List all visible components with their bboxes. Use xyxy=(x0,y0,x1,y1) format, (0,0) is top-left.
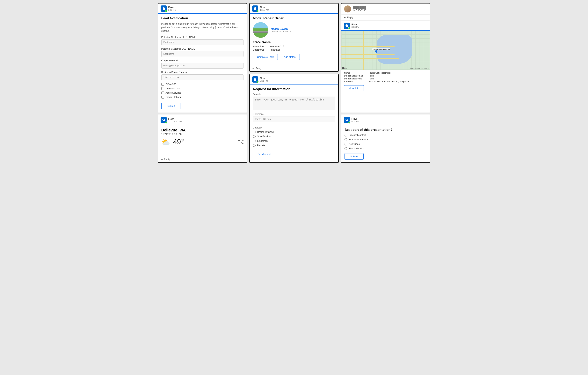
info-email-value: False xyxy=(369,75,374,77)
issue-title: Fence broken xyxy=(253,41,335,44)
card-body-lead: Lead Notification Please fill out a sing… xyxy=(158,14,247,112)
map-road-vertical-1 xyxy=(363,31,364,70)
timestamp-lead: 2:13 PM xyxy=(168,9,176,11)
radio-simple-input[interactable] xyxy=(345,138,347,141)
reply-label-2: Reply xyxy=(256,67,262,70)
radio-simple[interactable]: Simple instructions xyxy=(345,138,427,141)
contact-name: ████████ xyxy=(353,6,366,9)
weather-temp-value: 49 xyxy=(173,138,181,146)
radio-practical-input[interactable] xyxy=(345,134,347,137)
contact-info: ████████ tel:555-0150 xyxy=(353,6,366,12)
map-info: Name Fourth Coffee (sample) Do not allow… xyxy=(341,70,430,93)
complete-task-button[interactable]: Complete Task xyxy=(253,54,278,60)
radio-practical[interactable]: Practical content xyxy=(345,134,427,137)
sender-name-map: Flow xyxy=(352,23,359,26)
map-copyright: © 2019 Microsoft © 2019 HERE xyxy=(410,68,429,69)
checkbox-dynamics365-input[interactable] xyxy=(161,87,164,90)
radio-new-ideas[interactable]: New ideas xyxy=(345,143,427,145)
checkbox-office365-input[interactable] xyxy=(161,83,164,86)
lead-submit-button[interactable]: Submit xyxy=(161,103,180,109)
reply-label-3: Reply xyxy=(347,16,353,19)
checkbox-dynamics365[interactable]: Dynamics 365 xyxy=(161,87,244,90)
radio-tips-input[interactable] xyxy=(345,147,347,150)
avatar xyxy=(344,5,351,12)
map-pin-label: Fourth Coffee (sample) xyxy=(372,48,390,50)
radio-design-drawing[interactable]: Design Drawing xyxy=(253,131,335,133)
lead-description: Please fill out a single form for each i… xyxy=(161,22,244,33)
weather-card: Flow 11/21 8:31 AM Bellevue, WA 11/21/20… xyxy=(158,115,247,163)
radio-simple-label: Simple instructions xyxy=(349,138,368,141)
weather-temp-unit: °F xyxy=(181,139,185,142)
flow-icon-repair xyxy=(252,5,258,12)
checkbox-powerplatform[interactable]: Power Platform xyxy=(161,96,244,98)
radio-equipment-input[interactable] xyxy=(253,139,256,142)
request-for-info-card: Flow 6:01 PM Request for Information Que… xyxy=(249,74,339,163)
last-name-label: Potential Customer LAST NAME xyxy=(161,47,244,50)
info-email-row: Do not allow email False xyxy=(344,75,427,77)
timestamp-rfi: 6:01 PM xyxy=(260,80,268,82)
email-input[interactable] xyxy=(161,63,244,69)
map-road-horizontal-1 xyxy=(341,46,395,47)
checkbox-azure-input[interactable] xyxy=(161,92,164,94)
email-group: Corporate email xyxy=(161,59,244,69)
action-buttons: Complete Task Add Notes xyxy=(253,54,335,60)
radio-specifications-label: Specifications xyxy=(257,135,272,138)
home-site-value: Homesite 115 xyxy=(270,45,284,48)
last-name-input[interactable] xyxy=(161,51,244,57)
radio-permits-input[interactable] xyxy=(253,144,256,147)
first-name-input[interactable] xyxy=(161,39,244,45)
set-due-date-button[interactable]: Set due date xyxy=(253,151,277,157)
question-section-label: Question xyxy=(253,93,335,96)
weather-main: ⛅ 49°F Hi 49 Lo 34 xyxy=(161,138,244,146)
checkbox-powerplatform-input[interactable] xyxy=(161,96,164,98)
weather-hi-lo: Hi 49 Lo 34 xyxy=(238,139,243,145)
category-row: Category: PunchList xyxy=(253,48,335,51)
road-image xyxy=(253,22,268,38)
contact-reply[interactable]: ↩ Reply xyxy=(341,15,430,21)
lead-title: Lead Notification xyxy=(161,16,244,20)
email-label: Corporate email xyxy=(161,59,244,62)
weather-reply[interactable]: ↩ Reply xyxy=(158,157,247,162)
add-notes-button[interactable]: Add Notes xyxy=(280,54,300,60)
question-textarea[interactable] xyxy=(253,96,335,110)
header-meta-repair: Flow 11:33 AM xyxy=(260,6,269,11)
presentation-card: Flow 6:14 PM Best part of this presentat… xyxy=(341,115,430,163)
phone-label: Business Phone Number xyxy=(161,71,244,74)
map-container: Fourth Coffee (sample) 🅱 Bing © 2019 Mic… xyxy=(341,31,430,70)
info-calls-label: Do not allow calls xyxy=(344,77,368,80)
phone-input[interactable] xyxy=(161,74,244,80)
card-header-weather: Flow 11/21 8:31 AM xyxy=(158,115,247,125)
radio-specifications[interactable]: Specifications xyxy=(253,135,335,138)
checkbox-azure[interactable]: Azure Services xyxy=(161,92,244,94)
last-name-group: Potential Customer LAST NAME xyxy=(161,47,244,57)
info-calls-value: False xyxy=(369,77,374,80)
repair-reply[interactable]: ↩ Reply xyxy=(250,65,338,71)
more-info-button[interactable]: More Info xyxy=(344,85,364,91)
header-meta-weather: Flow 11/21 8:31 AM xyxy=(168,118,182,123)
radio-tips[interactable]: Tips and tricks xyxy=(345,147,427,150)
radio-new-ideas-input[interactable] xyxy=(345,143,347,145)
profile-section: Megan Bowen Created 2019 Jun 15 xyxy=(253,22,335,38)
map-road-horizontal-2 xyxy=(341,54,395,55)
header-meta-lead: Flow 2:13 PM xyxy=(168,6,176,11)
card-header-repair: Flow 11:33 AM xyxy=(250,3,338,14)
first-name-label: Potential Customer FIRST NAME xyxy=(161,36,244,39)
checkbox-group: Office 365 Dynamics 365 Azure Services P… xyxy=(161,83,244,98)
flow-icon-presentation xyxy=(344,117,350,123)
created-date: Created 2019 Jun 15 xyxy=(271,30,291,33)
presentation-submit-button[interactable]: Submit xyxy=(345,153,364,160)
reference-input[interactable] xyxy=(253,116,335,122)
timestamp-presentation: 6:14 PM xyxy=(352,120,359,123)
category-value: PunchList xyxy=(270,48,280,51)
sender-name-lead: Flow xyxy=(168,6,176,9)
flow-icon-weather xyxy=(161,117,167,123)
radio-equipment-label: Equipment xyxy=(257,139,268,142)
radio-specifications-input[interactable] xyxy=(253,135,256,138)
weather-city: Bellevue, WA xyxy=(161,128,244,132)
radio-permits[interactable]: Permits xyxy=(253,144,335,147)
card-body-weather: Bellevue, WA 11/21/2019 8:30 AM ⛅ 49°F H… xyxy=(158,125,247,157)
checkbox-office365[interactable]: Office 365 xyxy=(161,83,244,86)
radio-design-drawing-input[interactable] xyxy=(253,131,256,133)
radio-equipment[interactable]: Equipment xyxy=(253,139,335,142)
info-email-label: Do not allow email xyxy=(344,75,368,77)
